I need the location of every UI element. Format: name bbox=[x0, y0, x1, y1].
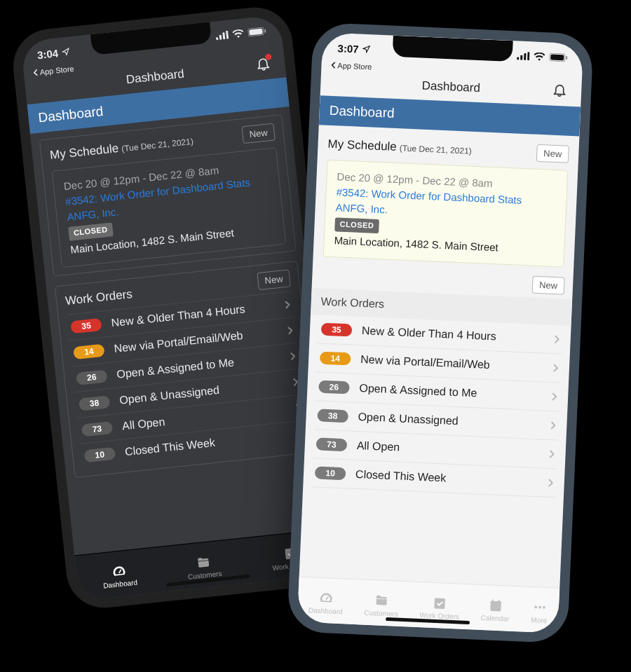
status-time: 3:04 bbox=[36, 47, 59, 61]
svg-rect-1 bbox=[219, 35, 222, 40]
tab-work-orders[interactable]: Work Orders bbox=[419, 591, 460, 620]
tab-label: Customers bbox=[364, 609, 398, 618]
calendar-icon bbox=[487, 598, 504, 612]
svg-rect-17 bbox=[490, 601, 501, 604]
work-orders-title: Work Orders bbox=[65, 287, 133, 308]
tab-label: More bbox=[531, 616, 547, 624]
folder-icon bbox=[194, 554, 212, 570]
svg-rect-10 bbox=[524, 53, 526, 60]
folder-icon bbox=[373, 593, 391, 608]
back-to-appstore-label: App Store bbox=[337, 61, 372, 71]
work-orders-list: 35New & Older Than 4 Hours14New via Port… bbox=[311, 315, 562, 498]
wifi-icon bbox=[232, 29, 244, 39]
nav-title: Dashboard bbox=[125, 67, 185, 87]
count-pill: 26 bbox=[76, 369, 108, 385]
chevron-right-icon bbox=[550, 421, 556, 430]
tab-label: Dashboard bbox=[103, 578, 138, 589]
svg-rect-0 bbox=[216, 37, 218, 40]
tab-more[interactable]: More bbox=[531, 596, 549, 624]
schedule-new-button[interactable]: New bbox=[241, 123, 275, 144]
schedule-item-card[interactable]: Dec 20 @ 12pm - Dec 22 @ 8am #3542: Work… bbox=[323, 160, 569, 268]
tab-dashboard[interactable]: Dashboard bbox=[101, 558, 138, 590]
phone-light: 3:07 bbox=[287, 22, 594, 644]
count-pill: 14 bbox=[73, 344, 105, 360]
work-order-filter-label: Closed This Week bbox=[355, 468, 538, 488]
my-schedule-title: My Schedule bbox=[49, 141, 119, 161]
chevron-left-icon bbox=[331, 62, 336, 69]
work-order-filter-label: Open & Unassigned bbox=[358, 411, 541, 431]
work-order-filter-label: New via Portal/Email/Web bbox=[360, 353, 543, 373]
tab-calendar[interactable]: Calendar bbox=[480, 594, 510, 623]
wifi-icon bbox=[534, 52, 545, 61]
chevron-right-icon bbox=[551, 392, 557, 401]
svg-point-20 bbox=[534, 605, 537, 608]
svg-rect-2 bbox=[222, 32, 225, 39]
svg-rect-13 bbox=[550, 54, 564, 60]
cellular-icon bbox=[517, 51, 530, 60]
svg-rect-19 bbox=[498, 600, 499, 603]
count-pill: 38 bbox=[317, 409, 348, 423]
work-orders-panel: New Work Orders 35New & Older Than 4 Hou… bbox=[311, 266, 564, 498]
tab-customers[interactable]: Customers bbox=[186, 549, 222, 581]
svg-rect-15 bbox=[435, 598, 446, 609]
schedule-item-card[interactable]: Dec 20 @ 12pm - Dec 22 @ 8am #3542: Work… bbox=[52, 147, 287, 268]
location-arrow-icon bbox=[61, 47, 70, 56]
tab-label: Dashboard bbox=[308, 606, 343, 615]
notification-dot bbox=[265, 53, 272, 60]
work-order-filter-label: All Open bbox=[356, 439, 539, 460]
work-order-filter-label: Open & Assigned to Me bbox=[359, 382, 542, 402]
chevron-right-icon bbox=[290, 352, 296, 361]
count-pill: 35 bbox=[321, 323, 353, 337]
status-badge: CLOSED bbox=[334, 218, 379, 234]
work-order-filter-label: New & Older Than 4 Hours bbox=[362, 324, 545, 345]
battery-icon bbox=[549, 53, 567, 62]
svg-rect-6 bbox=[264, 29, 266, 32]
chevron-right-icon bbox=[287, 326, 293, 335]
chevron-right-icon bbox=[548, 479, 554, 487]
work-orders-panel: Work Orders New 35New & Older Than 4 Hou… bbox=[55, 261, 318, 478]
work-orders-new-button[interactable]: New bbox=[532, 276, 565, 295]
notifications-button[interactable] bbox=[552, 82, 568, 98]
battery-icon bbox=[247, 27, 266, 37]
count-pill: 35 bbox=[70, 318, 102, 334]
count-pill: 14 bbox=[320, 351, 351, 365]
gauge-icon bbox=[110, 563, 128, 579]
svg-point-22 bbox=[543, 606, 545, 609]
svg-rect-8 bbox=[517, 57, 519, 60]
chevron-right-icon bbox=[284, 300, 290, 309]
svg-point-21 bbox=[538, 606, 541, 609]
tab-dashboard[interactable]: Dashboard bbox=[308, 586, 344, 615]
schedule-new-button[interactable]: New bbox=[536, 144, 569, 163]
chevron-right-icon bbox=[552, 364, 559, 372]
count-pill: 26 bbox=[318, 380, 350, 394]
count-pill: 38 bbox=[79, 395, 111, 411]
my-schedule-title: My Schedule bbox=[327, 137, 397, 153]
chevron-right-icon bbox=[553, 335, 559, 343]
tab-customers[interactable]: Customers bbox=[364, 589, 399, 618]
nav-title: Dashboard bbox=[421, 79, 480, 95]
dots-icon bbox=[531, 600, 548, 615]
work-orders-list: 35New & Older Than 4 Hours14New via Port… bbox=[67, 291, 307, 469]
count-pill: 73 bbox=[316, 437, 348, 451]
checkbox-icon bbox=[431, 596, 449, 610]
svg-rect-3 bbox=[226, 31, 229, 39]
my-schedule-panel: My Schedule (Tue Dec 21, 2021) New Dec 2… bbox=[322, 132, 571, 268]
cellular-icon bbox=[215, 31, 229, 41]
count-pill: 73 bbox=[81, 421, 114, 437]
count-pill: 10 bbox=[84, 447, 116, 463]
my-schedule-date: (Tue Dec 21, 2021) bbox=[121, 136, 194, 153]
my-schedule-panel: My Schedule (Tue Dec 21, 2021) New Dec 2… bbox=[39, 114, 297, 276]
location-arrow-icon bbox=[362, 45, 371, 54]
chevron-left-icon bbox=[33, 69, 39, 76]
gauge-icon bbox=[318, 591, 335, 605]
status-time: 3:07 bbox=[337, 42, 359, 55]
svg-rect-5 bbox=[249, 28, 263, 35]
work-orders-new-button[interactable]: New bbox=[257, 269, 290, 290]
notifications-button[interactable] bbox=[255, 55, 271, 72]
count-pill: 10 bbox=[315, 466, 346, 480]
my-schedule-date: (Tue Dec 21, 2021) bbox=[400, 143, 472, 156]
svg-rect-14 bbox=[566, 56, 567, 60]
svg-rect-9 bbox=[520, 55, 522, 60]
chevron-right-icon bbox=[548, 450, 555, 458]
svg-rect-11 bbox=[527, 52, 530, 60]
